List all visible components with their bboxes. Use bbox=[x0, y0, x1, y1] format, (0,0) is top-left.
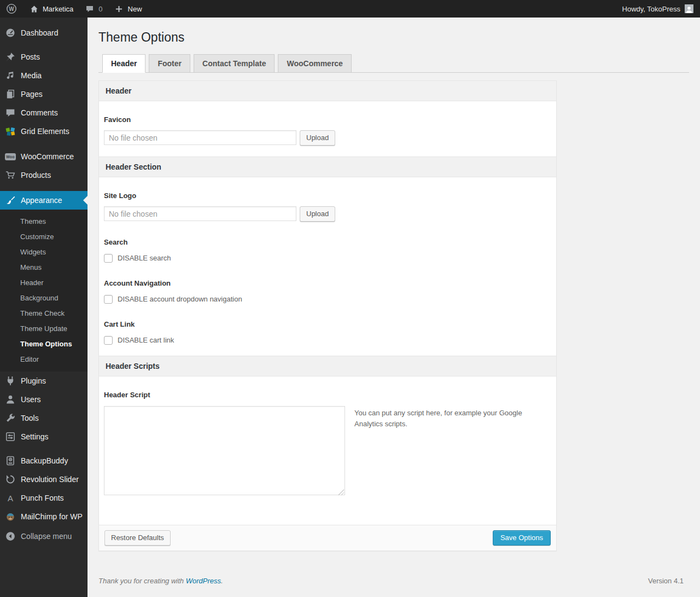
site-logo-label: Site Logo bbox=[104, 192, 551, 200]
sidebar-item-media[interactable]: Media bbox=[0, 66, 88, 85]
disable-cart-checkbox[interactable] bbox=[104, 336, 113, 345]
brush-icon bbox=[5, 195, 16, 205]
sidebar-item-grid-elements[interactable]: Grid Elements bbox=[0, 122, 88, 141]
site-logo-file-row: Upload bbox=[104, 206, 551, 222]
disable-search-label: DISABLE search bbox=[118, 254, 171, 262]
sidebar-item-plugins[interactable]: Plugins bbox=[0, 372, 88, 390]
sidebar-item-label: Revolution Slider bbox=[21, 475, 79, 484]
refresh-icon bbox=[5, 474, 16, 484]
wordpress-logo-button[interactable]: W bbox=[0, 0, 23, 18]
admin-bar-site-link[interactable]: Marketica bbox=[23, 0, 79, 18]
woo-badge-icon: Woo bbox=[5, 153, 16, 160]
site-logo-upload-button[interactable]: Upload bbox=[300, 206, 335, 222]
grid-elements-icon bbox=[5, 126, 16, 136]
sidebar-item-label: MailChimp for WP bbox=[21, 512, 83, 521]
admin-bar-comments-button[interactable]: 0 bbox=[79, 0, 108, 18]
submenu-item-theme-update[interactable]: Theme Update bbox=[0, 321, 88, 336]
sidebar-item-revolution-slider[interactable]: Revolution Slider bbox=[0, 470, 88, 489]
tab-contact-template[interactable]: Contact Template bbox=[194, 54, 275, 73]
panel-action-bar: Restore Defaults Save Options bbox=[99, 525, 556, 550]
admin-bar-site-name: Marketica bbox=[43, 5, 73, 13]
pin-icon bbox=[5, 52, 16, 62]
backup-drive-icon bbox=[5, 456, 16, 466]
sidebar-item-pages[interactable]: Pages bbox=[0, 85, 88, 103]
collapse-arrow-icon bbox=[5, 531, 16, 541]
sidebar-item-products[interactable]: Products bbox=[0, 166, 88, 184]
sidebar-item-mailchimp[interactable]: MailChimp for WP bbox=[0, 507, 88, 526]
menu-separator bbox=[0, 141, 88, 147]
site-logo-file-input[interactable] bbox=[104, 206, 296, 221]
submenu-item-header[interactable]: Header bbox=[0, 275, 88, 290]
submenu-item-customize[interactable]: Customize bbox=[0, 229, 88, 244]
disable-account-row: DISABLE account dropdown navigation bbox=[104, 295, 551, 304]
section-header-body: Favicon Upload bbox=[99, 115, 556, 157]
page-title: Theme Options bbox=[98, 18, 689, 46]
disable-account-checkbox[interactable] bbox=[104, 295, 113, 304]
favicon-upload-button[interactable]: Upload bbox=[300, 130, 335, 146]
menu-separator bbox=[0, 184, 88, 191]
disable-cart-label: DISABLE cart link bbox=[118, 336, 174, 344]
tab-footer[interactable]: Footer bbox=[149, 54, 190, 73]
submenu-item-widgets[interactable]: Widgets bbox=[0, 244, 88, 259]
sidebar-item-label: Plugins bbox=[21, 376, 46, 385]
menu-separator bbox=[0, 42, 88, 48]
admin-bar-new-button[interactable]: New bbox=[108, 0, 148, 18]
sidebar-item-posts[interactable]: Posts bbox=[0, 48, 88, 66]
submenu-item-editor[interactable]: Editor bbox=[0, 351, 88, 367]
header-script-row: You can put any script here, for example… bbox=[104, 406, 551, 497]
header-script-label: Header Script bbox=[104, 391, 551, 399]
disable-account-label: DISABLE account dropdown navigation bbox=[118, 295, 242, 303]
section-header-title: Header bbox=[99, 81, 556, 101]
section-header-area-title: Header Section bbox=[99, 157, 556, 177]
disable-search-row: DISABLE search bbox=[104, 254, 551, 263]
header-script-box bbox=[104, 406, 345, 497]
favicon-file-input[interactable] bbox=[104, 130, 296, 145]
sidebar-item-punch-fonts[interactable]: A Punch Fonts bbox=[0, 489, 88, 507]
submenu-item-background[interactable]: Background bbox=[0, 290, 88, 305]
settings-icon bbox=[5, 432, 16, 442]
favicon-file-row: Upload bbox=[104, 130, 551, 146]
main-content: Theme Options Header Footer Contact Temp… bbox=[88, 18, 700, 597]
tab-header[interactable]: Header bbox=[102, 54, 145, 73]
submenu-item-menus[interactable]: Menus bbox=[0, 259, 88, 275]
header-script-hint: You can put any script here, for example… bbox=[354, 406, 524, 430]
search-label: Search bbox=[104, 238, 551, 246]
wordpress-link[interactable]: WordPress bbox=[186, 577, 221, 585]
sidebar-item-label: Appearance bbox=[21, 196, 62, 205]
disable-cart-row: DISABLE cart link bbox=[104, 336, 551, 345]
submenu-item-theme-check[interactable]: Theme Check bbox=[0, 305, 88, 321]
submenu-item-theme-options[interactable]: Theme Options bbox=[0, 336, 88, 351]
admin-bar-account-menu[interactable]: Howdy, TokoPress bbox=[616, 4, 700, 13]
sidebar-item-label: Comments bbox=[21, 108, 58, 117]
tab-woocommerce[interactable]: WooCommerce bbox=[278, 54, 351, 73]
wrench-icon bbox=[5, 413, 16, 423]
sidebar-item-dashboard[interactable]: Dashboard bbox=[0, 24, 88, 42]
disable-search-checkbox[interactable] bbox=[104, 254, 113, 263]
plus-icon bbox=[114, 5, 125, 13]
sidebar-item-label: Punch Fonts bbox=[21, 494, 64, 502]
header-script-textarea[interactable] bbox=[104, 406, 345, 495]
admin-bar: W Marketica 0 New Howdy, TokoPress bbox=[0, 0, 700, 18]
sidebar-item-appearance[interactable]: Appearance bbox=[0, 191, 88, 210]
sidebar-item-woocommerce[interactable]: Woo WooCommerce bbox=[0, 147, 88, 166]
footer-version: Version 4.1 bbox=[648, 577, 684, 585]
sidebar-item-comments[interactable]: Comments bbox=[0, 103, 88, 122]
sidebar-item-label: Tools bbox=[21, 414, 39, 422]
comment-icon bbox=[5, 108, 16, 118]
admin-footer: Thank you for creating with WordPress. V… bbox=[98, 577, 689, 585]
sidebar-item-tools[interactable]: Tools bbox=[0, 409, 88, 427]
save-options-button[interactable]: Save Options bbox=[493, 530, 551, 546]
restore-defaults-button[interactable]: Restore Defaults bbox=[104, 530, 171, 546]
sidebar-item-label: Settings bbox=[21, 432, 49, 441]
sidebar-item-users[interactable]: Users bbox=[0, 390, 88, 409]
sidebar-item-collapse-menu[interactable]: Collapse menu bbox=[0, 527, 88, 546]
mailchimp-icon bbox=[5, 512, 16, 521]
admin-bar-new-label: New bbox=[128, 5, 142, 13]
cart-icon bbox=[5, 170, 16, 180]
sidebar-item-backupbuddy[interactable]: BackupBuddy bbox=[0, 451, 88, 470]
sidebar-item-settings[interactable]: Settings bbox=[0, 427, 88, 446]
submenu-item-themes[interactable]: Themes bbox=[0, 213, 88, 229]
sidebar-item-label: Dashboard bbox=[21, 28, 59, 37]
section-header-scripts-body: Header Script You can put any script her… bbox=[99, 391, 556, 525]
sidebar-item-label: Pages bbox=[21, 90, 43, 98]
